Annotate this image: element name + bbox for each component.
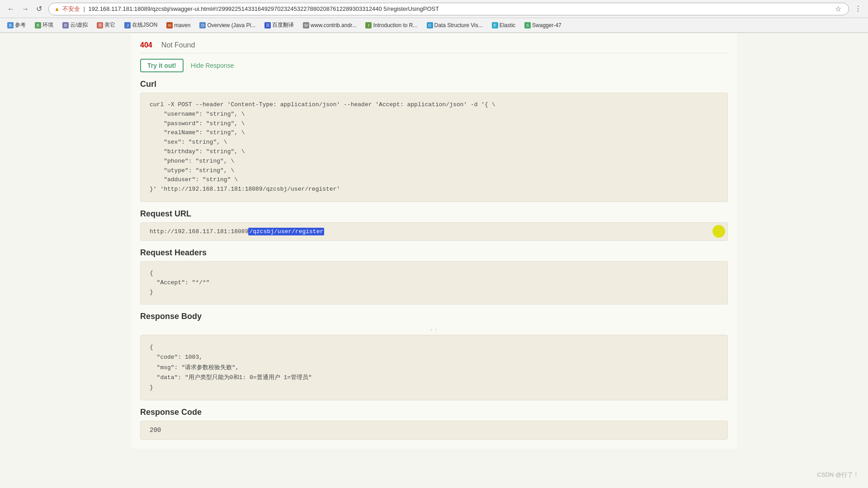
bookmark-item[interactable]: 美 美它 [93, 20, 119, 30]
bookmark-favicon: 百 [264, 22, 271, 28]
back-button[interactable]: ← [5, 4, 17, 14]
bookmark-label: Introduction to R... [373, 22, 417, 28]
bookmark-item[interactable]: E Elastic [488, 21, 519, 29]
browser-toolbar: ← → ↺ ▲ 不安全 | 192.168.117.181:18089/qzcs… [0, 0, 868, 18]
status-code: 404 [140, 41, 152, 49]
browser-chrome: ← → ↺ ▲ 不安全 | 192.168.117.181:18089/qzcs… [0, 0, 868, 33]
bookmarks-bar: B 参考 B 环境 B 云/虚拟 美 美它 J 在线JSON m maven O… [0, 18, 868, 33]
bookmark-label: 在线JSON [132, 21, 157, 29]
bookmark-item[interactable]: D Data Structure Vis... [423, 21, 486, 29]
status-row: 404 Not Found [140, 38, 728, 53]
bookmark-item[interactable]: m maven [163, 21, 194, 29]
nav-buttons: ← → ↺ [5, 4, 45, 14]
response-code-section: Response Code 200 [140, 408, 728, 440]
reload-button[interactable]: ↺ [33, 4, 45, 14]
bookmark-favicon: B [7, 22, 14, 28]
bookmark-favicon: E [492, 22, 498, 28]
request-headers-block: { "Accept": "*/*" } [140, 261, 728, 305]
bookmark-favicon: S [524, 22, 531, 28]
swagger-content: 404 Not Found Try it out! Hide Response … [131, 33, 737, 449]
url-text: 192.168.117.181:18089/qzcsbj/swagger-ui.… [89, 5, 439, 12]
curl-section-label: Curl [140, 80, 728, 89]
response-body-dots: , , [140, 325, 728, 331]
bookmark-favicon: 美 [97, 22, 103, 28]
bookmark-item[interactable]: 百 百度翻译 [261, 20, 297, 30]
response-body-block: { "code": 1003, "msg": "请求参数校验失败", "data… [140, 335, 728, 400]
forward-button[interactable]: → [19, 4, 32, 14]
bookmark-label: Overview (Java Pl... [207, 22, 255, 28]
bookmark-label: 参考 [15, 21, 26, 29]
response-code-label: Response Code [140, 408, 728, 417]
request-url-label: Request URL [140, 209, 728, 219]
bookmark-favicon: W [303, 22, 309, 28]
response-body-label: Response Body [140, 312, 728, 321]
browser-actions: ⋮ [853, 4, 863, 14]
main-content: 404 Not Found Try it out! Hide Response … [0, 33, 868, 488]
star-button[interactable]: ☆ [833, 4, 843, 14]
bookmark-favicon: m [166, 22, 173, 28]
bookmark-favicon: O [199, 22, 206, 28]
bookmark-item[interactable]: I Introduction to R... [362, 21, 421, 29]
action-row: Try it out! Hide Response [140, 59, 728, 72]
bookmark-item[interactable]: B 参考 [4, 20, 29, 30]
bookmark-favicon: J [124, 22, 131, 28]
bookmark-item[interactable]: S Swagger-47 [521, 21, 565, 29]
bookmark-favicon: I [365, 22, 372, 28]
hide-response-link[interactable]: Hide Response [191, 62, 234, 69]
bookmark-label: 环境 [42, 21, 53, 29]
bookmark-favicon: B [35, 22, 41, 28]
bookmark-item[interactable]: J 在线JSON [121, 20, 161, 30]
bookmark-item[interactable]: W www.contrib.andr... [299, 21, 360, 29]
bookmark-label: Swagger-47 [532, 22, 561, 28]
bookmark-favicon: B [62, 22, 69, 28]
bookmark-label: 美它 [104, 21, 115, 29]
curl-code-block: curl -X POST --header 'Content-Type: app… [140, 93, 728, 202]
bookmark-item[interactable]: B 云/虚拟 [59, 20, 91, 30]
bookmark-label: 百度翻译 [272, 21, 294, 29]
bookmark-label: www.contrib.andr... [311, 22, 356, 28]
bookmark-item[interactable]: O Overview (Java Pl... [196, 21, 259, 29]
address-text: 不安全 | 192.168.117.181:18089/qzcsbj/swagg… [62, 5, 833, 13]
status-text: Not Found [161, 41, 195, 49]
more-menu-button[interactable]: ⋮ [853, 4, 863, 14]
url-path-highlighted: /qzcsbj/user/register [248, 228, 324, 235]
response-code-value: 200 [140, 421, 728, 440]
cursor-indicator [712, 225, 725, 238]
request-url-block: http://192.168.117.181:18089/qzcsbj/user… [140, 222, 728, 241]
bookmark-label: Elastic [500, 22, 515, 28]
bookmark-label: 云/虚拟 [70, 21, 88, 29]
url-text: http://192.168.117.181:18089/qzcsbj/user… [150, 228, 324, 235]
bookmark-label: Data Structure Vis... [434, 22, 483, 28]
url-prefix: http://192.168.117.181:18089 [150, 228, 248, 235]
address-bar[interactable]: ▲ 不安全 | 192.168.117.181:18089/qzcsbj/swa… [48, 3, 849, 15]
security-icon: ▲ [54, 6, 60, 12]
bookmark-favicon: D [427, 22, 433, 28]
security-label: 不安全 [62, 5, 80, 12]
try-it-out-button[interactable]: Try it out! [140, 59, 184, 72]
bookmark-item[interactable]: B 环境 [31, 20, 57, 30]
csdn-watermark: CSDN @行了！ [817, 471, 859, 479]
request-headers-label: Request Headers [140, 248, 728, 258]
bookmark-label: maven [174, 22, 190, 28]
